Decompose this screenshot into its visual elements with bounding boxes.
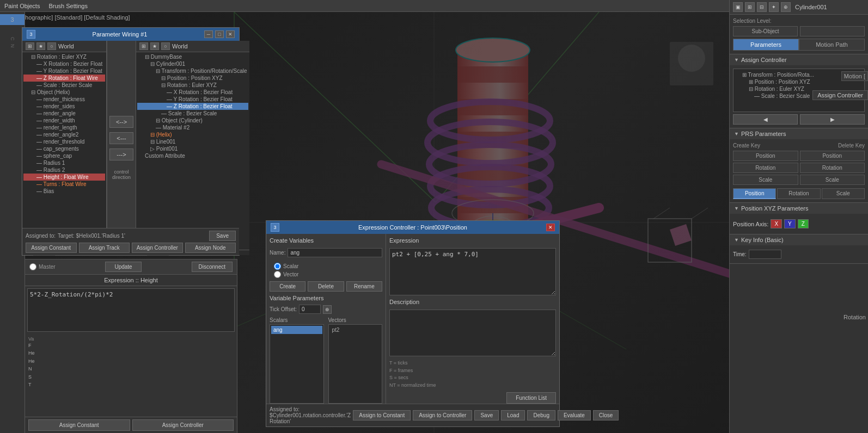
menu-brush-settings[interactable]: Brush Settings	[48, 3, 88, 9]
ec-save-btn[interactable]: Save	[474, 410, 499, 420]
rp-icon-5[interactable]: ⊕	[781, 2, 791, 12]
prs-tab-position[interactable]: Position	[733, 188, 776, 199]
axis-y-btn[interactable]: Y	[784, 219, 796, 228]
expr-ctrl-window: 3 Expression Controller : Point003\Posit…	[266, 220, 560, 427]
ebp-vars-list: FHeHeNST	[28, 342, 35, 388]
pw-left-item-render-sides: — render_sides	[23, 103, 105, 110]
pw-minimize-btn[interactable]: ─	[204, 30, 213, 38]
ec-function-list-btn[interactable]: Function List	[506, 392, 556, 404]
tab-parameters[interactable]: Parameters	[733, 39, 799, 51]
left-panel-num[interactable]: 3	[0, 14, 25, 25]
ec-assign-to-constant-btn[interactable]: Assign to Constant	[353, 410, 411, 420]
pw-ctrl-direction: controldirection	[112, 169, 131, 180]
prs-tab-rotation[interactable]: Rotation	[777, 188, 820, 199]
ebp-master-radio: Master	[29, 263, 56, 270]
pw-right-icon3[interactable]: ○	[161, 42, 170, 50]
pw-arrow-right[interactable]: --->	[109, 149, 133, 160]
key-info-arrow: ▼	[734, 237, 739, 243]
pw-assign-controller-btn[interactable]: Assign Controller	[132, 243, 183, 253]
sel-level-label: Selection Level:	[733, 18, 865, 24]
rp-icon-4[interactable]: ✦	[769, 2, 779, 12]
pos-xyz-header[interactable]: ▼ Position XYZ Parameters	[730, 203, 868, 214]
pw-close-btn[interactable]: ✕	[226, 30, 235, 38]
prs-tab-scale[interactable]: Scale	[822, 188, 865, 199]
ec-desc-textarea[interactable]	[389, 310, 556, 357]
rp-icon-2[interactable]: ⊞	[745, 2, 755, 12]
prs-rotation-delete[interactable]: Rotation	[800, 163, 865, 173]
pw-left-icon3[interactable]: ○	[47, 42, 56, 50]
pw-right-world: World	[172, 43, 188, 50]
key-info-header[interactable]: ▼ Key Info (Basic)	[730, 234, 868, 245]
prs-scale-delete[interactable]: Scale	[800, 175, 865, 185]
pw-window-controls: ─ □ ✕	[204, 30, 235, 38]
rp-icon-3[interactable]: ⊟	[757, 2, 767, 12]
prs-scale-create[interactable]: Scale	[733, 175, 798, 185]
ebp-assign-controller-btn[interactable]: Assign Controller	[132, 419, 234, 431]
ec-close-btn-bottom[interactable]: Close	[593, 410, 619, 420]
assign-controller-header[interactable]: ▼ Assign Controller	[730, 54, 868, 65]
pw-right-cyl001: ⊟ Cylinder001	[137, 60, 248, 67]
ec-debug-btn[interactable]: Debug	[527, 410, 555, 420]
ec-assign-to-controller-btn[interactable]: Assign to Controller	[413, 410, 472, 420]
prs-rotation-create[interactable]: Rotation	[733, 163, 798, 173]
ec-titlebar: 3 Expression Controller : Point003\Posit…	[266, 221, 559, 234]
pw-right-icon2[interactable]: ★	[150, 42, 159, 50]
pw-arrow-left[interactable]: <---	[109, 132, 133, 144]
ec-expr-textarea[interactable]: pt2 + [0,25 + ang * 7,0]	[389, 248, 556, 295]
ec-evaluate-btn[interactable]: Evaluate	[558, 410, 591, 420]
rp-top-bar: ▣ ⊞ ⊟ ✦ ⊕ Cylinder001	[730, 0, 868, 15]
assign-ctrl-scroll-right[interactable]: ▶	[800, 114, 865, 125]
ebp-master-radio-input[interactable]	[29, 263, 36, 270]
pw-left-icon1[interactable]: ⊞	[26, 42, 34, 50]
ec-desc-label: Description	[389, 299, 556, 305]
ec-delete-btn[interactable]: Delete	[308, 281, 344, 292]
tab-motion-path[interactable]: Motion Path	[799, 39, 865, 51]
prs-header[interactable]: ▼ PRS Parameters	[730, 128, 868, 139]
left-panel-N: N	[10, 44, 15, 48]
key-info-time-input[interactable]	[749, 250, 781, 259]
prs-position-create[interactable]: Position	[733, 151, 798, 161]
pw-left-item-scale: — Scale : Bezier Scale	[23, 82, 105, 89]
ebp-update-btn[interactable]: Update	[105, 262, 141, 272]
pw-assign-constant-btn[interactable]: Assign Constant	[26, 243, 77, 253]
sub-object-btn[interactable]: Sub-Object	[733, 26, 798, 36]
ebp-assign-constant-btn[interactable]: Assign Constant	[28, 419, 130, 431]
right-panel: ▣ ⊞ ⊟ ✦ ⊕ Cylinder001 Selection Level: S…	[729, 0, 868, 433]
pw-left-item-radius1: — Radius 1	[23, 159, 105, 166]
pw-assign-node-btn[interactable]: Assign Node	[185, 243, 236, 253]
pw-left-icon2[interactable]: ★	[36, 42, 45, 50]
prs-position-delete[interactable]: Position	[800, 151, 865, 161]
ec-name-input[interactable]	[288, 248, 382, 257]
pw-save-btn[interactable]: Save	[209, 231, 236, 241]
ec-legend-nt: NT = normalized time	[389, 382, 556, 389]
ec-load-btn[interactable]: Load	[501, 410, 525, 420]
pw-left-item-obj-helix: ⊟ Object (Helix)	[23, 89, 105, 96]
ec-scalar-ang[interactable]: ang	[271, 326, 322, 334]
ec-legend-s: S = secs	[389, 374, 556, 382]
pw-assign-track-btn[interactable]: Assign Track	[79, 243, 130, 253]
rp-icon-1[interactable]: ▣	[733, 2, 743, 12]
ec-scalars-list: ang	[270, 324, 324, 404]
pw-left-tree: ⊟ Rotation : Euler XYZ — X Rotation : Be…	[22, 52, 106, 250]
pw-right-obj-cyl: ⊟ Object (Cylinder)	[137, 117, 248, 124]
ec-create-vars-title: Create Variables	[270, 237, 382, 244]
sel-level-blank[interactable]	[800, 26, 865, 36]
axis-z-btn[interactable]: Z	[798, 219, 809, 228]
ec-vector-radio-input[interactable]	[274, 271, 281, 278]
ebp-disconnect-btn[interactable]: Disconnect	[192, 262, 233, 272]
axis-x-btn[interactable]: X	[771, 219, 782, 228]
prs-grid: Position Position Rotation Rotation Scal…	[733, 151, 865, 185]
pw-maximize-btn[interactable]: □	[215, 30, 224, 38]
ec-create-btn[interactable]: Create	[270, 281, 305, 292]
ec-tick-input[interactable]	[299, 305, 321, 314]
ec-scalar-radio-input[interactable]	[274, 263, 281, 270]
ec-rename-btn[interactable]: Rename	[346, 281, 382, 292]
menu-paint-objects[interactable]: Paint Objects	[4, 3, 40, 9]
ec-tick-spinner[interactable]: ⊕	[323, 305, 332, 314]
pw-right-icon1[interactable]: ⊞	[139, 42, 148, 50]
pw-arrow-bidir[interactable]: <-->	[109, 116, 133, 128]
pw-right-dummy: ⊟ DummyBase	[137, 53, 248, 60]
ec-close-btn[interactable]: ✕	[546, 224, 555, 231]
ec-vector-pt2[interactable]: pt2	[330, 326, 381, 334]
assign-ctrl-scroll-left[interactable]: ◀	[733, 114, 798, 125]
